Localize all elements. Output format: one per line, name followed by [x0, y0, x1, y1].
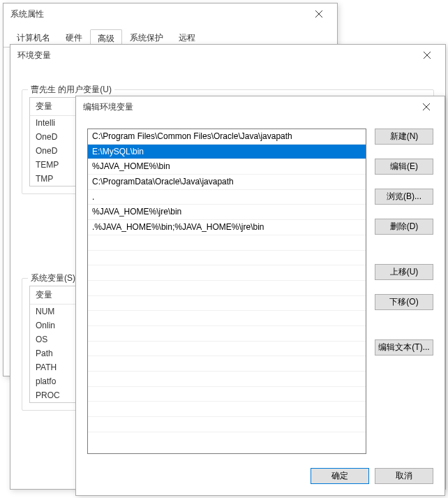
editvar-title: 编辑环境变量 — [83, 101, 412, 113]
path-list[interactable]: C:\Program Files\Common Files\Oracle\Jav… — [87, 129, 366, 454]
browse-button[interactable]: 浏览(B)... — [375, 189, 433, 205]
editvar-titlebar: 编辑环境变量 — [76, 96, 445, 117]
path-list-item[interactable] — [88, 356, 366, 372]
close-icon[interactable] — [413, 46, 441, 64]
path-list-item[interactable] — [88, 402, 366, 417]
path-list-item[interactable]: C:\ProgramData\Oracle\Java\javapath — [88, 175, 366, 190]
path-list-item[interactable]: %JAVA_HOME%\jre\bin — [88, 205, 366, 220]
path-list-item[interactable] — [88, 311, 366, 326]
editvar-footer: 确定 取消 — [76, 461, 445, 495]
path-list-item[interactable] — [88, 342, 366, 357]
edit-environment-variable-dialog: 编辑环境变量 C:\Program Files\Common Files\Ora… — [75, 96, 445, 496]
move-up-button[interactable]: 上移(U) — [375, 264, 433, 280]
path-list-item[interactable]: E:\MySQL\bin — [88, 145, 366, 160]
delete-button[interactable]: 删除(D) — [375, 219, 433, 235]
path-list-item[interactable] — [88, 417, 366, 432]
path-list-item[interactable] — [88, 281, 366, 296]
path-list-item[interactable]: C:\Program Files\Common Files\Oracle\Jav… — [88, 129, 366, 145]
move-down-button[interactable]: 下移(O) — [375, 294, 433, 310]
envvars-titlebar: 环境变量 — [10, 45, 445, 66]
path-list-item[interactable]: %JAVA_HOME%\bin — [88, 159, 366, 175]
close-icon[interactable] — [305, 5, 333, 23]
column-header-variable: 变量 — [30, 286, 79, 304]
ok-button[interactable]: 确定 — [311, 468, 369, 484]
button-column: 新建(N) 编辑(E) 浏览(B)... 删除(D) 上移(U) 下移(O) 编… — [375, 129, 433, 454]
sysprops-title: 系统属性 — [10, 8, 305, 20]
path-list-item[interactable] — [88, 251, 366, 266]
close-icon[interactable] — [412, 98, 440, 116]
path-list-item[interactable]: . — [88, 190, 366, 205]
column-header-variable: 变量 — [30, 98, 79, 115]
path-list-item[interactable] — [88, 235, 366, 251]
path-list-item[interactable] — [88, 265, 366, 281]
path-list-item[interactable] — [88, 326, 366, 342]
new-button[interactable]: 新建(N) — [375, 129, 433, 145]
path-list-item[interactable]: .%JAVA_HOME%\bin;%JAVA_HOME%\jre\bin — [88, 220, 366, 235]
user-variables-label: 曹先生 的用户变量(U) — [28, 84, 114, 96]
system-variables-label: 系统变量(S) — [28, 272, 78, 284]
path-list-item[interactable] — [88, 372, 366, 387]
envvars-title: 环境变量 — [17, 50, 413, 61]
edit-text-button[interactable]: 编辑文本(T)... — [375, 339, 433, 356]
path-list-item[interactable] — [88, 296, 366, 312]
sysprops-titlebar: 系统属性 — [3, 3, 337, 24]
edit-button[interactable]: 编辑(E) — [375, 159, 433, 175]
cancel-button[interactable]: 取消 — [375, 468, 433, 484]
path-list-item[interactable] — [88, 387, 366, 402]
